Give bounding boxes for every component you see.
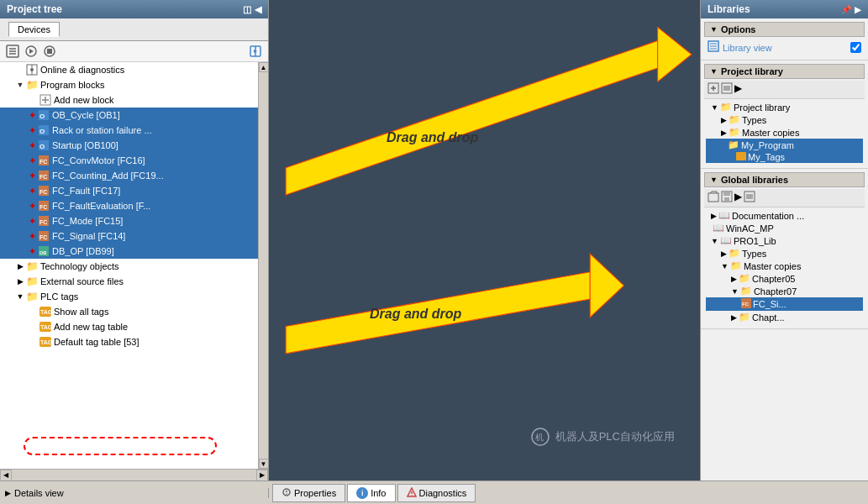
- tree-item-tech-objects[interactable]: ▶ 📁 Technology objects: [0, 259, 258, 274]
- block-icon: FC: [37, 214, 50, 228]
- lib-icon-2[interactable]: [721, 82, 733, 97]
- tree-item-startup[interactable]: ✦ O Startup [OB100]: [0, 138, 258, 153]
- star-icon: ✦: [29, 140, 36, 151]
- tab-devices[interactable]: Devices: [8, 22, 60, 37]
- tree-item-external-source[interactable]: ▶ 📁 External source files: [0, 274, 258, 289]
- pin-icon[interactable]: 📌: [841, 5, 851, 14]
- project-library-section: ▼ Project library ▶ ▼: [701, 60, 868, 169]
- block-icon: O: [37, 108, 50, 122]
- project-library-header[interactable]: ▼ Project library: [704, 64, 865, 79]
- lib-item-my-tags[interactable]: My_Tags: [706, 151, 863, 163]
- tree-item-rack-station[interactable]: ✦ O Rack or station failure ...: [0, 123, 258, 138]
- horizontal-scrollbar[interactable]: ◀ ▶: [0, 469, 268, 480]
- tree-item-ob-cycle[interactable]: ✦ O OB_Cycle [OB1]: [0, 108, 258, 123]
- tree-item-online-diag[interactable]: Online & diagnostics: [0, 62, 258, 77]
- library-view-checkbox[interactable]: [850, 42, 861, 53]
- block-icon: FC: [741, 298, 751, 310]
- scroll-right-btn[interactable]: ▶: [256, 470, 268, 481]
- tree-item-fc-convmotor[interactable]: ✦ FC FC_ConvMotor [FC16]: [0, 153, 258, 168]
- project-tree-container[interactable]: Online & diagnostics ▼ 📁 Program blocks …: [0, 62, 258, 469]
- svg-text:O: O: [39, 143, 45, 150]
- lib-icon-list[interactable]: [744, 191, 755, 205]
- tree-item-show-all-tags[interactable]: TAG Show all tags: [0, 304, 258, 319]
- lib-icon-3[interactable]: ▶: [734, 82, 742, 97]
- scroll-up-btn[interactable]: ▲: [259, 62, 269, 72]
- tree-item-fc-signal[interactable]: ✦ FC FC_Signal [FC14]: [0, 228, 258, 244]
- star-icon: ✦: [29, 110, 36, 121]
- details-view-btn[interactable]: ▶ Details view: [5, 488, 64, 498]
- tree-item-add-new-tag-table[interactable]: TAG Add new tag table: [0, 319, 258, 334]
- lib-item-proj-lib[interactable]: ▼ 📁 Project library: [706, 101, 863, 113]
- lib-icon-1[interactable]: [708, 82, 719, 97]
- tree-item-label: FC_ConvMotor [FC16]: [52, 155, 145, 165]
- tab-info-label: Info: [371, 488, 386, 498]
- watermark-text: 机器人及PLC自动化应用: [555, 429, 675, 444]
- global-lib-toolbar: ▶: [704, 189, 865, 207]
- lib-item-chapter05[interactable]: ▶ 📁 Chapter05: [706, 272, 863, 285]
- main-container: Project tree ◫ ◀ Devices: [0, 0, 868, 480]
- global-libraries-header[interactable]: ▼ Global libraries: [704, 172, 865, 187]
- tree-toolbar: [0, 41, 268, 62]
- collapse-icon[interactable]: ◫: [243, 4, 251, 15]
- tab-properties[interactable]: Properties: [272, 484, 345, 502]
- lib-icon-open[interactable]: [708, 191, 719, 205]
- lib-item-winac-mp[interactable]: 📖 WinAC_MP: [706, 222, 863, 234]
- lib-item-documentation[interactable]: ▶ 📖 Documentation ...: [706, 209, 863, 222]
- toolbar-icon-play[interactable]: [24, 44, 39, 59]
- tree-item-db-op[interactable]: ✦ DB DB_OP [DB99]: [0, 244, 258, 259]
- lib-item-chapter-more[interactable]: ▶ 📁 Chapt...: [706, 311, 863, 323]
- lib-item-label: Types: [742, 115, 766, 125]
- expand-icon: ▶: [731, 313, 737, 322]
- scroll-down-btn[interactable]: ▼: [259, 459, 269, 469]
- close-panel-icon[interactable]: ◀: [255, 4, 261, 15]
- toolbar-icon-1[interactable]: [5, 44, 20, 59]
- toolbar-icon-right[interactable]: [248, 44, 263, 59]
- tree-item-fc-counting[interactable]: ✦ FC FC_Counting_Add [FC19...: [0, 168, 258, 183]
- tab-info[interactable]: i Info: [347, 484, 395, 502]
- tree-item-fc-mode[interactable]: ✦ FC FC_Mode [FC15]: [0, 213, 258, 228]
- tree-item-program-blocks[interactable]: ▼ 📁 Program blocks: [0, 77, 258, 92]
- tree-item-label: Default tag table [53]: [54, 337, 139, 347]
- toolbar-icon-stop[interactable]: [42, 44, 57, 59]
- lib-item-label: Types: [742, 249, 766, 259]
- folder-icon: 📁: [740, 286, 752, 297]
- expand-icon: ▶: [721, 249, 727, 258]
- tree-item-fc-faultevaluation[interactable]: ✦ FC FC_FaultEvaluation [F...: [0, 198, 258, 213]
- lib-item-label: Documentation ...: [732, 211, 804, 221]
- properties-icon: [281, 487, 292, 499]
- tree-item-label: FC_Fault [FC17]: [52, 186, 120, 196]
- lib-item-label: FC_Si...: [753, 299, 786, 309]
- folder-icon: 📁: [25, 260, 39, 273]
- lib-item-pro1-lib[interactable]: ▼ 📖 PRO1_Lib: [706, 234, 863, 247]
- collapse-right-icon[interactable]: ▶: [855, 5, 861, 14]
- tree-item-label: PLC tags: [40, 291, 78, 302]
- lib-item-my-program[interactable]: 📁 My_Program: [706, 139, 863, 151]
- tree-item-plc-tags[interactable]: ▼ 📁 PLC tags: [0, 289, 258, 304]
- tab-diagnostics[interactable]: Diagnostics: [397, 484, 476, 502]
- lib-item-master-copies2[interactable]: ▼ 📁 Master copies: [706, 260, 863, 272]
- vertical-scrollbar[interactable]: ▲ ▼: [258, 62, 268, 469]
- svg-text:DB: DB: [39, 250, 47, 255]
- global-libraries-label: Global libraries: [721, 175, 788, 185]
- options-label: Options: [721, 24, 756, 34]
- lib-item-fc-si[interactable]: FC FC_Si...: [706, 297, 863, 311]
- tree-item-add-new-block[interactable]: Add new block: [0, 92, 258, 108]
- project-tree-title: Project tree: [7, 3, 62, 15]
- lib-icon-sync[interactable]: ▶: [734, 191, 742, 205]
- tree-item-label: FC_Counting_Add [FC19...: [52, 171, 164, 181]
- drag-drop-arrows: [269, 0, 700, 480]
- lib-item-chapter07[interactable]: ▼ 📁 Chapter07: [706, 285, 863, 297]
- tree-item-default-tag-table[interactable]: TAG Default tag table [53]: [0, 334, 258, 349]
- library-view-label[interactable]: Library view: [723, 43, 772, 53]
- tree-item-fc-fault[interactable]: ✦ FC FC_Fault [FC17]: [0, 183, 258, 198]
- lib-item-types[interactable]: ▶ 📁 Types: [706, 113, 863, 126]
- lib-item-types2[interactable]: ▶ 📁 Types: [706, 247, 863, 260]
- options-header: ▼ Options: [704, 22, 865, 37]
- lib-item-label: Chapt...: [752, 312, 785, 323]
- scroll-left-btn[interactable]: ◀: [0, 470, 12, 481]
- tag-icon: TAG: [39, 335, 52, 349]
- drag-drop-label-2: Drag and drop: [370, 307, 461, 322]
- lib-item-master-copies[interactable]: ▶ 📁 Master copies: [706, 126, 863, 139]
- lib-icon-save[interactable]: [721, 191, 733, 205]
- tree-item-label: FC_Signal [FC14]: [52, 231, 125, 241]
